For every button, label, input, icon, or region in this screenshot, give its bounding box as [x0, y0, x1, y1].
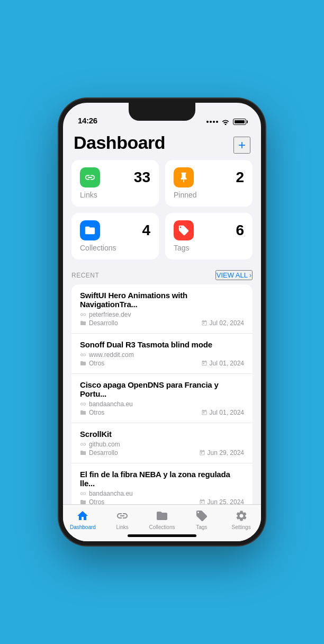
wifi-icon — [221, 119, 230, 125]
home-icon — [76, 509, 89, 522]
tab-icon-links — [115, 509, 129, 523]
item-meta: bandaancha.eu Otros Jul 01, 2024 — [80, 400, 244, 416]
stat-card-collections[interactable]: 4 Collections — [71, 213, 159, 260]
item-collection: Otros — [80, 360, 104, 367]
status-icons — [206, 119, 246, 125]
item-details: Otros Jul 01, 2024 — [80, 360, 244, 367]
calendar-icon — [199, 499, 205, 504]
item-date: Jul 01, 2024 — [201, 360, 244, 367]
folder-icon — [84, 225, 96, 236]
tab-label-links: Links — [116, 524, 129, 530]
list-item[interactable]: Cisco apaga OpenDNS para Francia y Portu… — [71, 374, 253, 423]
tab-label-tags: Tags — [196, 524, 207, 530]
item-details: Desarrollo Jun 29, 2024 — [80, 449, 244, 457]
plus-icon: + — [238, 139, 246, 151]
folder-small-icon — [80, 360, 86, 366]
tag-icon — [178, 225, 190, 236]
battery-icon — [233, 119, 246, 125]
item-date: Jun 29, 2024 — [199, 449, 244, 457]
links-label: Links — [80, 191, 150, 199]
signal-icon — [206, 121, 218, 123]
collections-icon — [80, 220, 100, 240]
item-url: www.reddit.com — [80, 351, 244, 359]
pinned-count: 2 — [236, 169, 244, 186]
item-meta: github.com Desarrollo Jun 29, 2024 — [80, 441, 244, 457]
tab-label-settings: Settings — [232, 524, 251, 530]
section-title: RECENT — [71, 272, 99, 279]
folder-small-icon — [80, 409, 86, 416]
tab-label-collections: Collections — [149, 524, 175, 530]
gear-icon — [235, 509, 248, 522]
tab-item-settings[interactable]: Settings — [221, 509, 261, 530]
link-tab-icon — [116, 509, 129, 522]
item-date: Jul 02, 2024 — [201, 319, 244, 327]
folder-tab-icon — [156, 509, 168, 522]
links-icon — [80, 167, 100, 187]
item-url: peterfriese.dev — [80, 311, 244, 318]
calendar-icon — [201, 320, 208, 326]
tags-count: 6 — [236, 222, 244, 239]
tag-tab-icon — [195, 509, 208, 522]
section-header: RECENT VIEW ALL › — [63, 270, 261, 284]
item-collection: Desarrollo — [80, 319, 118, 327]
power-button — [264, 193, 265, 240]
tab-item-links[interactable]: Links — [103, 509, 142, 530]
item-collection: Otros — [80, 409, 104, 416]
pinned-icon — [174, 167, 194, 187]
add-button[interactable]: + — [233, 137, 250, 154]
tab-icon-settings — [235, 509, 248, 523]
item-details: Otros Jul 01, 2024 — [80, 409, 244, 416]
home-indicator — [128, 534, 196, 537]
stats-grid: 33 Links 2 Pinned — [63, 160, 261, 260]
item-title: Sonoff Dual R3 Tasmota blind mode — [80, 340, 244, 349]
calendar-icon — [201, 409, 208, 416]
folder-small-icon — [80, 499, 86, 504]
link-small-icon — [80, 311, 86, 318]
item-collection: Otros — [80, 498, 104, 504]
mute-button — [59, 156, 60, 173]
link-small-icon — [80, 352, 86, 358]
calendar-icon — [199, 450, 205, 456]
screen-content[interactable]: Dashboard + 33 Links — [63, 128, 261, 504]
list-item[interactable]: Sonoff Dual R3 Tasmota blind mode www.re… — [71, 334, 253, 374]
link-small-icon — [80, 490, 86, 497]
tags-icon — [174, 220, 194, 240]
volume-down-button — [59, 223, 60, 257]
item-title: Cisco apaga OpenDNS para Francia y Portu… — [80, 380, 244, 398]
pinned-label: Pinned — [174, 191, 244, 199]
item-url: bandaancha.eu — [80, 400, 244, 408]
tab-label-dashboard: Dashboard — [70, 524, 96, 530]
list-item[interactable]: SwiftUI Hero Animations with NavigationT… — [71, 284, 253, 334]
link-small-icon — [80, 441, 86, 448]
tab-icon-tags — [195, 509, 209, 523]
link-small-icon — [80, 401, 86, 407]
item-title: El fin de la fibra NEBA y la zona regula… — [80, 470, 244, 488]
status-time: 14:26 — [78, 116, 97, 125]
tags-label: Tags — [174, 244, 244, 252]
tab-item-collections[interactable]: Collections — [142, 509, 182, 530]
item-details: Desarrollo Jul 02, 2024 — [80, 319, 244, 327]
view-all-button[interactable]: VIEW ALL › — [215, 270, 253, 280]
item-meta: peterfriese.dev Desarrollo Jul 02, 2024 — [80, 311, 244, 327]
item-meta: bandaancha.eu Otros Jun 25, 2024 — [80, 490, 244, 504]
tab-item-tags[interactable]: Tags — [182, 509, 221, 530]
stat-card-tags[interactable]: 6 Tags — [165, 213, 253, 260]
item-url: github.com — [80, 441, 244, 448]
item-date: Jul 01, 2024 — [201, 409, 244, 416]
collections-count: 4 — [142, 222, 150, 239]
page-title: Dashboard — [74, 132, 165, 153]
stat-card-links[interactable]: 33 Links — [71, 160, 159, 207]
phone-frame: 14:26 Dashboard + — [59, 99, 265, 545]
item-collection: Desarrollo — [80, 449, 118, 457]
links-count: 33 — [134, 169, 150, 186]
item-date: Jun 25, 2024 — [199, 498, 244, 504]
list-item[interactable]: ScrollKit github.com Desarrollo Jun — [71, 423, 253, 463]
item-title: SwiftUI Hero Animations with NavigationT… — [80, 291, 244, 309]
tab-item-dashboard[interactable]: Dashboard — [63, 509, 103, 530]
item-details: Otros Jun 25, 2024 — [80, 498, 244, 504]
calendar-icon — [201, 360, 208, 366]
stat-card-pinned[interactable]: 2 Pinned — [165, 160, 253, 207]
folder-small-icon — [80, 450, 86, 456]
recent-list: SwiftUI Hero Animations with NavigationT… — [71, 284, 253, 504]
list-item[interactable]: El fin de la fibra NEBA y la zona regula… — [71, 463, 253, 504]
